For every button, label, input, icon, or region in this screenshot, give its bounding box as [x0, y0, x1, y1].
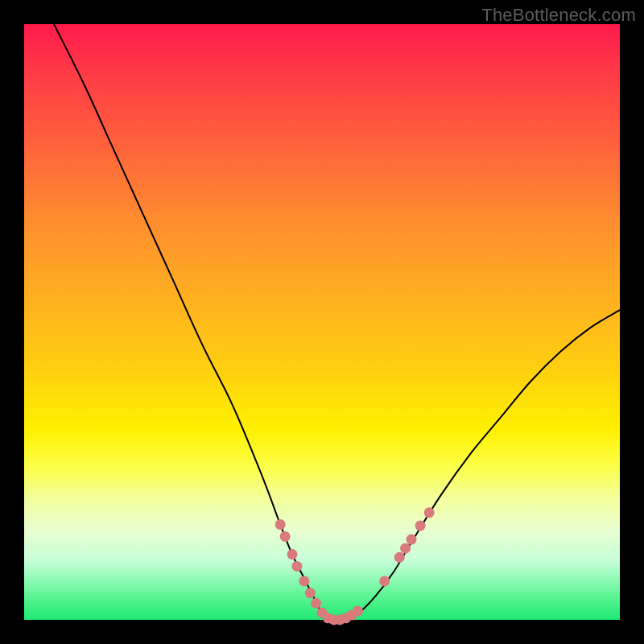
curve-marker — [400, 543, 411, 554]
bottleneck-curve — [54, 24, 620, 621]
curve-marker — [407, 535, 417, 545]
curve-marker — [287, 549, 298, 559]
curve-marker — [305, 588, 316, 598]
chart-frame: TheBottleneck.com — [0, 0, 644, 644]
curve-marker — [275, 519, 286, 530]
curve-marker — [379, 576, 390, 586]
plot-area — [24, 24, 620, 620]
curve-marker — [353, 605, 363, 616]
curve-marker — [291, 561, 302, 572]
curve-svg — [24, 24, 620, 620]
watermark-text: TheBottleneck.com — [481, 5, 636, 26]
curve-marker — [415, 521, 426, 531]
curve-marker — [394, 552, 405, 563]
curve-marker — [299, 576, 309, 586]
curve-marker — [311, 598, 321, 609]
marker-group — [275, 507, 435, 625]
curve-marker — [424, 507, 435, 518]
curve-marker — [280, 531, 291, 542]
